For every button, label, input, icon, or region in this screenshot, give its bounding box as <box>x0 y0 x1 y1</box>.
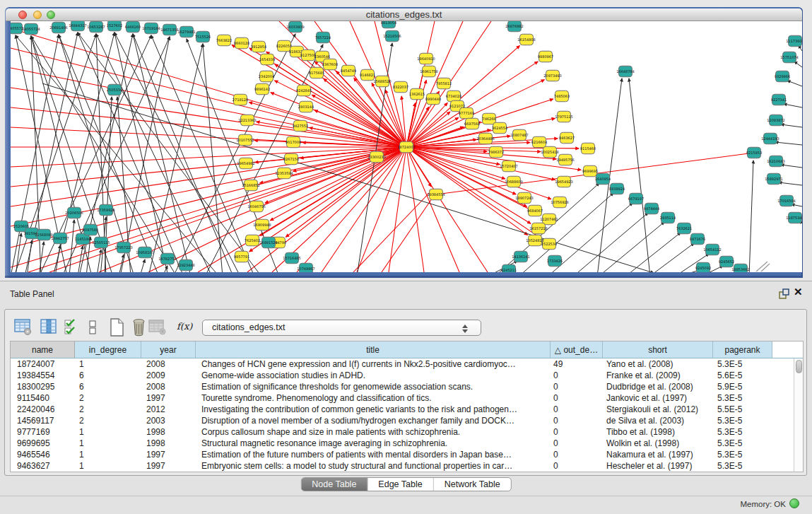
graph-edge[interactable] <box>260 147 406 235</box>
graph-edge[interactable] <box>133 34 233 272</box>
graph-node[interactable]: 9699695 <box>582 165 598 177</box>
graph-edge[interactable] <box>406 21 463 147</box>
column-header-short[interactable]: short <box>603 341 713 358</box>
graph-node[interactable]: 9127508 <box>300 49 316 61</box>
graph-edge[interactable] <box>775 142 802 145</box>
graph-node[interactable]: 10653287 <box>87 21 105 33</box>
graph-edge[interactable] <box>749 160 753 272</box>
graph-node[interactable]: 9684067 <box>527 205 543 216</box>
graph-node[interactable]: 3912954 <box>251 41 266 52</box>
tab-network-table[interactable]: Network Table <box>433 478 511 491</box>
graph-node[interactable]: 20691406 <box>49 22 67 33</box>
graph-node[interactable]: 16961758 <box>420 66 437 77</box>
graph-node[interactable]: 7955812 <box>436 78 452 89</box>
graph-node[interactable]: 10756928 <box>551 197 568 208</box>
graph-edge[interactable] <box>27 240 32 272</box>
graph-node[interactable]: 2718126 <box>233 94 248 105</box>
graph-node[interactable]: 9245211 <box>501 264 517 272</box>
graph-node[interactable]: 26876882 <box>505 21 523 32</box>
graph-node[interactable]: 7632621 <box>676 223 692 234</box>
graph-edge[interactable] <box>59 35 159 272</box>
graph-node[interactable]: 9777169 <box>459 107 474 119</box>
column-header-pagerank[interactable]: pagerank <box>713 341 772 358</box>
table-row[interactable]: 1456911722003Disruption of a novel membe… <box>11 415 803 426</box>
graph-node[interactable]: 2935114 <box>660 212 676 223</box>
graph-node[interactable]: 10688609 <box>505 176 522 187</box>
window-titlebar[interactable]: citations_edges.txt <box>6 8 802 21</box>
graph-node[interactable]: 9427552 <box>293 120 308 132</box>
graph-node[interactable]: 14671358 <box>160 24 178 35</box>
graph-node[interactable]: 9242845 <box>296 85 312 96</box>
memory-ok-led[interactable] <box>789 498 799 508</box>
graph-edge[interactable] <box>203 44 223 272</box>
graph-node[interactable]: 10807487 <box>510 129 528 141</box>
graph-edge[interactable] <box>629 78 650 272</box>
zoom-window-button[interactable] <box>47 11 55 19</box>
graph-node[interactable]: 16210643 <box>767 156 784 167</box>
function-builder-icon[interactable]: f(x) <box>177 321 198 332</box>
table-selector-combobox[interactable]: citations_edges.txt <box>202 320 481 336</box>
graph-node[interactable]: 18907243 <box>515 192 533 204</box>
graph-node[interactable]: 20206506 <box>65 207 83 218</box>
graph-edge[interactable] <box>761 264 770 271</box>
graph-edge[interactable] <box>787 81 802 86</box>
table-settings-icon[interactable] <box>14 318 32 336</box>
float-panel-icon[interactable] <box>778 288 790 300</box>
graph-node[interactable]: 9463627 <box>559 132 575 144</box>
graph-node[interactable]: 11173604 <box>786 35 802 47</box>
graph-edge[interactable] <box>16 233 21 272</box>
graph-node[interactable]: 1527602 <box>107 21 122 31</box>
graph-node[interactable]: 23300233 <box>367 151 385 163</box>
graph-node[interactable]: 9896142 <box>254 83 270 95</box>
graph-node[interactable]: 8990448 <box>425 93 441 105</box>
select-rows-icon[interactable] <box>64 318 76 336</box>
graph-node[interactable]: 8454749 <box>341 65 356 76</box>
graph-node[interactable]: 8938924 <box>609 183 625 194</box>
graph-node[interactable]: 15716485 <box>283 252 300 264</box>
graph-node[interactable]: 15751074 <box>780 52 798 63</box>
graph-node[interactable]: 8471676 <box>690 233 705 245</box>
graph-node[interactable]: 18640910 <box>417 53 435 64</box>
graph-node[interactable]: 8660128 <box>234 37 249 49</box>
column-header-name[interactable]: name <box>11 341 75 358</box>
graph-node[interactable]: 7857224 <box>315 32 331 43</box>
graph-node[interactable]: 8267150 <box>283 153 299 165</box>
graph-node[interactable]: 9245652 <box>719 256 734 267</box>
graph-node[interactable]: 10958107 <box>136 247 153 258</box>
graph-node[interactable]: 12093872 <box>767 115 784 126</box>
column-header-in_degree[interactable]: in_degree <box>75 341 141 358</box>
graph-node[interactable]: 17359924 <box>97 204 114 216</box>
show-columns-icon[interactable] <box>40 318 58 336</box>
graph-edge[interactable] <box>781 124 802 127</box>
table-row[interactable]: 1830029562008Estimation of significance … <box>11 381 803 392</box>
graph-node[interactable]: 19654923 <box>555 176 572 187</box>
graph-node[interactable]: 7625402 <box>245 235 260 246</box>
graph-node[interactable]: 9245092 <box>695 262 711 272</box>
graph-edge[interactable] <box>794 62 802 67</box>
graph-node[interactable]: 14136141 <box>512 251 529 262</box>
graph-edge[interactable] <box>353 189 433 272</box>
graph-node[interactable]: 10654112 <box>703 244 721 255</box>
graph-edge[interactable] <box>55 245 60 272</box>
graph-node[interactable]: 9017006 <box>286 136 301 148</box>
graph-node[interactable]: 8215953 <box>746 147 762 158</box>
graph-node[interactable]: 6466160 <box>125 21 141 33</box>
graph-node[interactable]: 2803144 <box>298 101 314 112</box>
network-canvas[interactable]: 9405572140557242069140616844317106532871… <box>11 21 802 272</box>
graph-node[interactable]: 7663822 <box>216 35 232 46</box>
table-row[interactable]: 977716911998Corpus callosum shape and si… <box>11 426 803 438</box>
row-height-icon[interactable] <box>89 318 96 336</box>
graph-edge[interactable] <box>78 246 83 272</box>
graph-edge[interactable] <box>173 34 295 272</box>
graph-node[interactable]: 16991529 <box>259 237 277 248</box>
graph-node[interactable]: 18853662 <box>731 264 749 272</box>
graph-node[interactable]: 16033809 <box>286 21 304 33</box>
graph-node[interactable]: 1640954 <box>595 173 611 185</box>
column-header-title[interactable]: title <box>196 341 551 358</box>
graph-edge[interactable] <box>11 28 406 147</box>
tab-edge-table[interactable]: Edge Table <box>367 478 433 491</box>
graph-node[interactable]: 8322037 <box>393 81 408 93</box>
graph-node[interactable]: 15218506 <box>383 30 401 42</box>
graph-node[interactable]: 12505115 <box>92 237 110 248</box>
graph-node[interactable]: 11568099 <box>35 229 52 240</box>
